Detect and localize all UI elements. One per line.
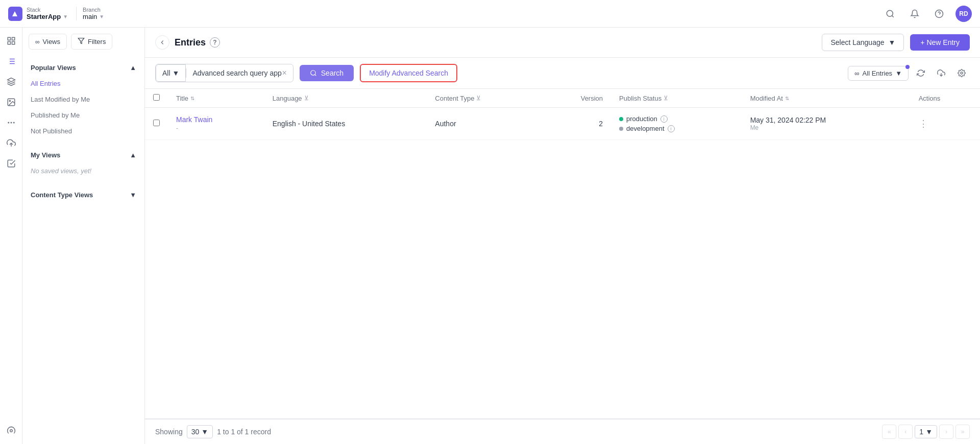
icon-bar-grid[interactable]: [2, 32, 20, 50]
search-input-wrap: ×: [186, 68, 292, 78]
ct-filter-icon[interactable]: ⊻: [476, 95, 481, 102]
col-content-type: Content Type ⊻: [427, 89, 541, 108]
row-modified-at-cell: May 31, 2024 02:22 PM Me: [742, 108, 911, 140]
avatar[interactable]: RD: [955, 6, 972, 22]
chevron-down-icon: ▼: [130, 191, 136, 199]
next-page-button[interactable]: ›: [939, 425, 953, 439]
popular-views-header[interactable]: Popular Views ▲: [22, 60, 144, 76]
last-page-button[interactable]: »: [955, 425, 970, 439]
branch-info: Branch main ▼: [76, 7, 104, 20]
lang-chevron-icon: ▼: [889, 38, 896, 46]
content-area: Entries ? Select Language ▼ + New Entry …: [145, 28, 980, 444]
page-chevron-icon: ▼: [925, 428, 933, 436]
views-button[interactable]: ∞ Views: [29, 34, 67, 50]
svg-marker-22: [78, 38, 84, 44]
sidebar-item-not-published[interactable]: Not Published: [22, 123, 144, 139]
branch-chevron-icon: ▼: [99, 14, 104, 19]
app-chevron-icon: ▼: [63, 14, 68, 19]
sidebar: ∞ Views Filters Popular Views ▲ All Entr…: [22, 28, 145, 444]
table-footer: Showing 30 ▼ 1 to 1 of 1 record « ‹ 1 ▼ …: [145, 418, 980, 444]
ct-col-label: Content Type: [435, 95, 474, 102]
icon-bar-list[interactable]: [2, 52, 20, 71]
main-layout: ∞ Views Filters Popular Views ▲ All Entr…: [0, 28, 980, 444]
svg-point-23: [311, 71, 315, 75]
row-title-sub: -: [176, 125, 256, 132]
chevron-up-icon-2: ▲: [130, 151, 136, 159]
search-input[interactable]: [192, 69, 282, 77]
col-language: Language ⊻: [264, 89, 427, 108]
svg-point-18: [13, 122, 14, 123]
settings-button[interactable]: [953, 65, 970, 81]
language-select[interactable]: Select Language ▼: [822, 34, 904, 51]
ps-filter-icon[interactable]: ⊻: [664, 95, 668, 102]
popular-views-section: Popular Views ▲ All Entries Last Modifie…: [22, 56, 144, 143]
showing-section: Showing 30 ▼ 1 to 1 of 1 record: [155, 425, 271, 438]
first-page-button[interactable]: «: [882, 425, 896, 439]
branch-name[interactable]: main ▼: [83, 13, 104, 20]
select-all-checkbox[interactable]: [153, 94, 160, 101]
page-title: Entries ?: [175, 37, 220, 48]
sidebar-item-last-modified[interactable]: Last Modified by Me: [22, 91, 144, 107]
page-number-select[interactable]: 1 ▼: [915, 425, 937, 438]
production-info-icon[interactable]: i: [660, 115, 668, 123]
status-dot-green: [619, 117, 623, 121]
my-views-empty: No saved views, yet!: [22, 163, 144, 179]
row-actions-cell: ⋮: [911, 108, 980, 140]
title-sort-icon[interactable]: ⇅: [190, 96, 194, 101]
search-button[interactable]: Search: [300, 65, 354, 81]
per-page-select[interactable]: 30 ▼: [187, 425, 213, 438]
modify-search-button[interactable]: Modify Advanced Search: [360, 64, 457, 82]
bell-icon[interactable]: [906, 6, 923, 22]
entries-help-icon[interactable]: ?: [210, 37, 220, 48]
filters-button[interactable]: Filters: [71, 34, 112, 50]
content-type-views-header[interactable]: Content Type Views ▼: [22, 187, 144, 203]
row-actions-button[interactable]: ⋮: [919, 119, 928, 129]
my-views-header[interactable]: My Views ▲: [22, 147, 144, 163]
icon-bar-fields[interactable]: [2, 73, 20, 91]
ma-sort-icon[interactable]: ⇅: [785, 96, 789, 101]
row-content-type: Author: [435, 120, 456, 128]
sidebar-item-all-entries[interactable]: All Entries: [22, 76, 144, 91]
lang-filter-icon[interactable]: ⊻: [304, 95, 309, 102]
new-entry-button[interactable]: + New Entry: [910, 34, 970, 51]
svg-point-17: [11, 122, 12, 123]
icon-bar-upload[interactable]: [2, 134, 20, 152]
infinity-icon: ∞: [35, 38, 40, 45]
sidebar-item-published-by-me[interactable]: Published by Me: [22, 107, 144, 123]
search-clear-button[interactable]: ×: [282, 68, 286, 78]
prev-page-button[interactable]: ‹: [898, 425, 913, 439]
row-title-cell: Mark Twain -: [168, 108, 264, 140]
col-actions: Actions: [911, 89, 980, 108]
per-page-chevron: ▼: [201, 428, 208, 436]
icon-bar-assets[interactable]: [2, 93, 20, 111]
pagination: « ‹ 1 ▼ › »: [882, 425, 970, 439]
row-version: 2: [599, 120, 603, 128]
icon-bar-settings[interactable]: [2, 422, 20, 440]
svg-rect-6: [8, 42, 10, 44]
all-entries-select[interactable]: ∞ All Entries ▼: [848, 66, 909, 81]
entries-header: Entries ? Select Language ▼ + New Entry: [145, 28, 980, 58]
app-name[interactable]: StarterApp ▼: [27, 13, 68, 20]
col-version: Version: [541, 89, 611, 108]
status-label-production: production: [626, 115, 657, 123]
help-icon[interactable]: [931, 6, 947, 22]
icon-bar-dots[interactable]: [2, 113, 20, 132]
export-button[interactable]: [933, 65, 949, 81]
search-type-select[interactable]: All ▼: [156, 64, 186, 82]
status-label-dev: development: [626, 125, 664, 132]
col-select-all: [145, 89, 168, 108]
chevron-up-icon: ▲: [130, 64, 136, 72]
row-language: English - United States: [273, 120, 345, 128]
back-button[interactable]: [155, 35, 169, 50]
icon-bar-check[interactable]: [2, 154, 20, 173]
record-count: 1 to 1 of 1 record: [217, 428, 271, 436]
brand-icon[interactable]: [8, 7, 22, 21]
refresh-button[interactable]: [913, 65, 929, 81]
search-icon[interactable]: [882, 6, 898, 22]
status-dot-gray: [619, 127, 623, 131]
sidebar-header: ∞ Views Filters: [22, 28, 144, 56]
row-title[interactable]: Mark Twain: [176, 115, 256, 124]
branch-label: Branch: [83, 7, 104, 13]
dev-info-icon[interactable]: i: [668, 125, 675, 132]
row-checkbox[interactable]: [153, 120, 160, 126]
